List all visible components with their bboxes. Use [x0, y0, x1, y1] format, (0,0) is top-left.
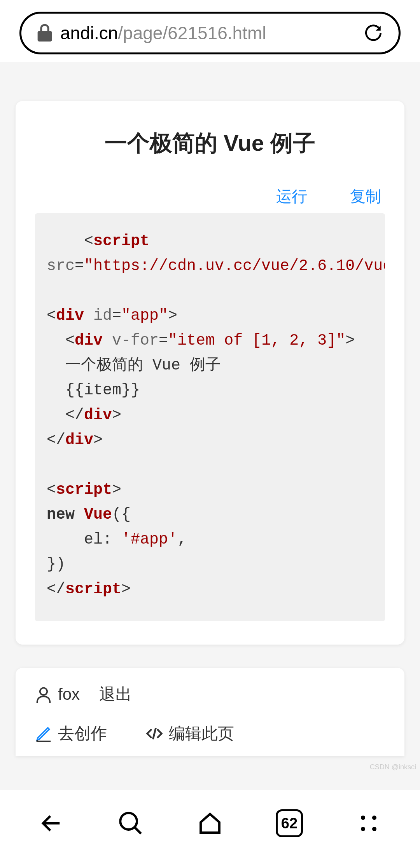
code-token: 一个极简的 Vue 例子: [65, 357, 221, 374]
lock-icon: [37, 24, 52, 42]
code-token: {{item}}: [65, 382, 140, 399]
code-token: script: [65, 580, 121, 598]
logout-button[interactable]: 退出: [99, 683, 132, 705]
code-token: div: [56, 307, 84, 324]
code-token: "https://cdn.uv.cc/vue/2.6.10/vue.min.js…: [84, 257, 385, 275]
username: fox: [58, 685, 80, 704]
code-token: div: [75, 332, 103, 349]
edit-label: 编辑此页: [169, 723, 234, 744]
home-button[interactable]: [196, 810, 224, 837]
copy-button[interactable]: 复制: [350, 186, 381, 207]
page-content: 一个极简的 Vue 例子 运行 复制 <script src="https://…: [0, 62, 420, 790]
code-block: <script src="https://cdn.uv.cc/vue/2.6.1…: [35, 213, 385, 621]
code-token: '#app': [121, 531, 177, 548]
code-actions: 运行 复制: [35, 186, 385, 207]
url-host: andi.cn: [60, 23, 118, 43]
user-info[interactable]: fox: [35, 685, 80, 704]
svg-point-0: [40, 688, 47, 695]
code-token: script: [93, 232, 149, 250]
pen-icon: [35, 725, 52, 742]
back-button[interactable]: [38, 810, 65, 837]
code-token: el:: [84, 531, 112, 548]
address-bar[interactable]: andi.cn/page/621516.html: [19, 12, 401, 54]
article-title: 一个极简的 Vue 例子: [35, 128, 385, 159]
article-card: 一个极简的 Vue 例子 运行 复制 <script src="https://…: [16, 101, 404, 645]
code-icon: [146, 725, 163, 742]
code-token: new: [47, 506, 75, 523]
code-token: Vue: [84, 506, 112, 523]
code-token: "item of [1, 2, 3]": [168, 332, 345, 349]
url-text: andi.cn/page/621516.html: [60, 23, 356, 44]
refresh-icon[interactable]: [364, 23, 383, 43]
bottom-nav: 62: [0, 790, 420, 868]
create-label: 去创作: [58, 723, 107, 744]
url-path: /page/621516.html: [118, 23, 266, 43]
code-token: id: [93, 307, 112, 324]
code-token: src: [47, 257, 75, 275]
footer-card: fox 退出 去创作 编辑此页: [16, 668, 404, 756]
tab-count: 62: [276, 809, 303, 837]
edit-page-button[interactable]: 编辑此页: [146, 723, 234, 744]
create-button[interactable]: 去创作: [35, 723, 107, 744]
run-button[interactable]: 运行: [276, 186, 307, 207]
code-token: v-for: [112, 332, 159, 349]
user-icon: [35, 686, 52, 703]
menu-dots-icon: [357, 812, 380, 835]
code-token: "app": [121, 307, 168, 324]
menu-button[interactable]: [355, 810, 382, 837]
watermark: CSDN @inksci: [370, 763, 416, 771]
code-token: div: [84, 406, 112, 424]
code-token: script: [56, 481, 112, 498]
tabs-button[interactable]: 62: [276, 810, 303, 837]
search-button[interactable]: [117, 810, 144, 837]
svg-point-1: [120, 813, 137, 830]
code-token: div: [65, 431, 93, 449]
